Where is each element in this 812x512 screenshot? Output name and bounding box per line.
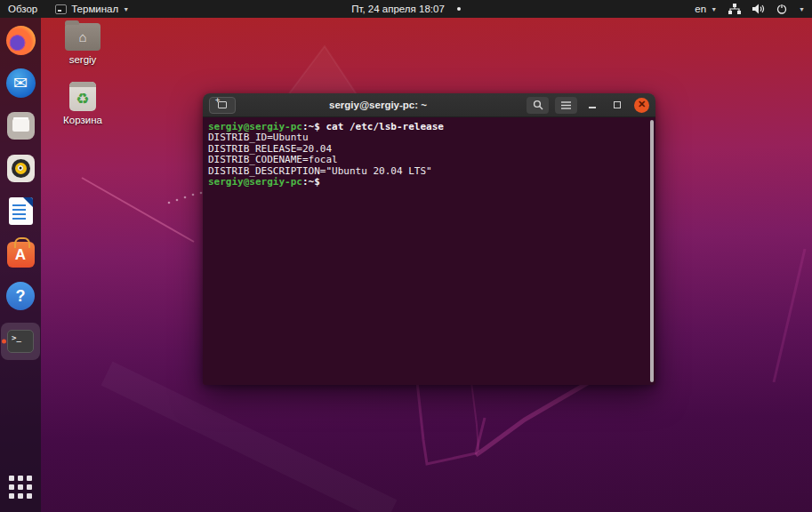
chevron-down-icon: ▼	[711, 6, 717, 12]
trash-icon: ♻	[69, 82, 96, 111]
home-folder-icon: ⌂	[65, 23, 100, 51]
keyboard-layout-indicator[interactable]: en ▼	[695, 0, 717, 18]
chevron-down-icon: ▼	[123, 6, 129, 12]
terminal-titlebar[interactable]: sergiy@sergiy-pc: ~ ✕	[203, 93, 655, 117]
rhythmbox-icon	[7, 155, 35, 182]
maximize-button[interactable]	[607, 97, 627, 114]
terminal-content[interactable]: sergiy@sergiy-pc:~$ cat /etc/lsb-release…	[203, 117, 655, 385]
minimize-icon	[589, 107, 596, 108]
dock-item-thunderbird[interactable]	[1, 67, 40, 99]
volume-icon[interactable]	[752, 4, 765, 14]
terminal-output-line: DISTRIB_ID=Ubuntu	[208, 132, 647, 143]
desktop-icon-label: Корзина	[63, 115, 102, 125]
keyboard-layout-label: en	[695, 4, 706, 14]
desktop-root: Обзор Терминал ▼ Пт, 24 апреля 18:07 en …	[0, 0, 812, 512]
firefox-icon	[6, 26, 36, 55]
window-title: sergiy@sergiy-pc: ~	[236, 100, 520, 110]
desktop-icon-label: sergiy	[69, 54, 97, 65]
notification-dot	[457, 7, 461, 11]
new-tab-button[interactable]	[209, 97, 236, 114]
terminal-command: cat /etc/lsb-release	[326, 121, 443, 132]
close-button[interactable]: ✕	[634, 98, 649, 113]
search-button[interactable]	[527, 97, 549, 114]
menu-button[interactable]	[555, 97, 577, 114]
terminal-prompt-line: sergiy@sergiy-pc:~$	[208, 177, 647, 188]
search-icon	[533, 100, 543, 110]
dock-item-libreoffice-writer[interactable]	[1, 195, 40, 227]
top-bar: Обзор Терминал ▼ Пт, 24 апреля 18:07 en …	[0, 0, 812, 18]
show-applications-grid-icon	[9, 476, 32, 499]
terminal-window: sergiy@sergiy-pc: ~ ✕ sergiy@sergiy-pc:~…	[203, 93, 655, 385]
activities-label: Обзор	[8, 4, 37, 14]
dock-item-terminal[interactable]: >_	[1, 323, 40, 360]
terminal-app-icon	[55, 4, 67, 14]
maximize-icon	[614, 101, 621, 108]
dock-item-rhythmbox[interactable]	[1, 152, 40, 184]
running-indicator-dot	[2, 340, 6, 344]
activities-button[interactable]: Обзор	[8, 0, 37, 18]
minimize-button[interactable]	[583, 97, 602, 114]
show-applications-button[interactable]	[1, 471, 40, 503]
dock-item-help[interactable]: ?	[1, 280, 40, 312]
thunderbird-icon	[6, 68, 36, 98]
terminal-icon: >_	[7, 330, 34, 353]
dock-item-files[interactable]	[1, 109, 40, 141]
help-icon: ?	[6, 282, 35, 310]
hamburger-icon	[561, 101, 571, 109]
dock: A ? >_	[0, 18, 41, 512]
app-menu-label: Терминал	[71, 4, 118, 14]
ubuntu-software-icon: A	[7, 242, 35, 268]
close-icon: ✕	[638, 100, 646, 109]
files-icon	[7, 112, 35, 140]
desktop-icon-trash[interactable]: ♻ Корзина	[53, 82, 112, 125]
terminal-output-line: DISTRIB_CODENAME=focal	[208, 155, 647, 165]
new-tab-icon	[218, 101, 227, 108]
system-menu-chevron-icon[interactable]: ▼	[799, 6, 805, 12]
desktop-icon-home-folder[interactable]: ⌂ sergiy	[53, 23, 112, 65]
app-menu[interactable]: Терминал ▼	[55, 0, 129, 18]
terminal-scrollbar[interactable]	[650, 120, 654, 382]
power-icon[interactable]	[776, 4, 787, 14]
dock-item-ubuntu-software[interactable]: A	[1, 237, 40, 269]
network-icon[interactable]	[728, 4, 741, 14]
clock-button[interactable]: Пт, 24 апреля 18:07	[351, 4, 445, 14]
dock-item-firefox[interactable]	[1, 24, 40, 56]
libreoffice-writer-icon	[9, 197, 33, 225]
